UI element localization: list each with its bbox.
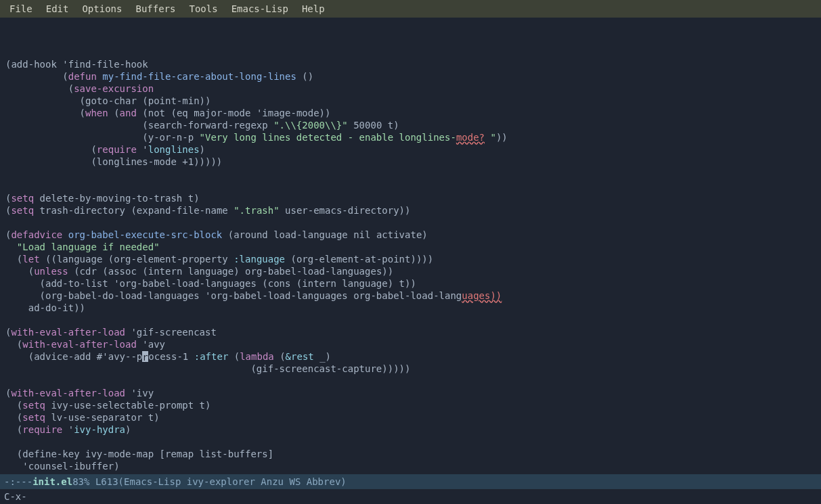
- code-line: (setq lv-use-separator t): [5, 411, 816, 423]
- code-line: ad-do-it)): [5, 302, 816, 314]
- menu-edit[interactable]: Edit: [41, 2, 74, 16]
- editor-buffer[interactable]: (add-hook 'find-file-hook (defun my-find…: [0, 18, 821, 474]
- mode-line[interactable]: -:--- init.el 83% L613 (Emacs-Lisp ivy-e…: [0, 474, 821, 489]
- major-minor-modes: (Emacs-Lisp ivy-explorer Anzu WS Abbrev): [118, 476, 347, 487]
- buffer-position: 83% L613: [72, 476, 118, 487]
- code-line: [5, 314, 816, 326]
- code-line: (goto-char (point-min)): [5, 95, 816, 107]
- code-line: [5, 168, 816, 180]
- code-line: [5, 180, 816, 192]
- menu-file[interactable]: File: [4, 2, 38, 16]
- menu-tools[interactable]: Tools: [183, 2, 223, 16]
- menu-help[interactable]: Help: [296, 2, 330, 16]
- minibuffer[interactable]: C-x-: [0, 489, 821, 504]
- code-line: [5, 216, 816, 229]
- code-line: (add-to-list 'org-babel-load-languages (…: [5, 277, 816, 290]
- code-line: (save-excursion: [5, 83, 816, 95]
- modeline-status: -:---: [4, 476, 32, 487]
- menu-buffers[interactable]: Buffers: [130, 2, 181, 16]
- text-cursor: r: [142, 351, 148, 362]
- code-line: (setq ivy-use-selectable-prompt t): [5, 399, 816, 411]
- code-line: (gif-screencast-capture))))): [5, 363, 816, 375]
- buffer-name: init.el: [32, 476, 72, 487]
- code-line: (org-babel-do-load-languages 'org-babel-…: [5, 290, 816, 302]
- menu-emacs-lisp[interactable]: Emacs-Lisp: [226, 2, 294, 16]
- code-line: (defun my-find-file-care-about-long-line…: [5, 70, 816, 83]
- code-line: (unless (cdr (assoc (intern language) or…: [5, 265, 816, 277]
- code-line: (require 'longlines): [5, 143, 816, 156]
- code-line: (add-hook 'find-file-hook: [5, 58, 816, 70]
- code-line: (let ((language (org-element-property :l…: [5, 253, 816, 265]
- minibuffer-prompt: C-x-: [4, 491, 27, 502]
- code-line: [5, 436, 816, 448]
- code-line: (define-key ivy-mode-map [remap list-buf…: [5, 448, 816, 460]
- code-line: (with-eval-after-load 'gif-screencast: [5, 326, 816, 338]
- code-line: (when (and (not (eq major-mode 'image-mo…: [5, 107, 816, 119]
- code-line: [5, 375, 816, 387]
- code-line: (search-forward-regexp ".\\{2000\\}" 500…: [5, 119, 816, 131]
- code-line: [5, 34, 816, 46]
- code-line: (with-eval-after-load 'ivy: [5, 387, 816, 399]
- code-line: (longlines-mode +1))))): [5, 156, 816, 168]
- code-line: [5, 46, 816, 58]
- code-line: [5, 22, 816, 34]
- code-line: (with-eval-after-load 'avy: [5, 338, 816, 350]
- code-line: (advice-add #'avy--process-1 :after (lam…: [5, 350, 816, 363]
- code-line: (setq delete-by-moving-to-trash t): [5, 192, 816, 204]
- code-line: "Load language if needed": [5, 241, 816, 253]
- code-line: (setq trash-directory (expand-file-name …: [5, 204, 816, 216]
- menu-options[interactable]: Options: [76, 2, 127, 16]
- code-line: (defadvice org-babel-execute-src-block (…: [5, 229, 816, 241]
- code-line: (y-or-n-p "Very long lines detected - en…: [5, 131, 816, 143]
- code-line: 'counsel-ibuffer): [5, 460, 816, 472]
- code-line: (require 'ivy-hydra): [5, 423, 816, 436]
- menu-bar: File Edit Options Buffers Tools Emacs-Li…: [0, 0, 821, 18]
